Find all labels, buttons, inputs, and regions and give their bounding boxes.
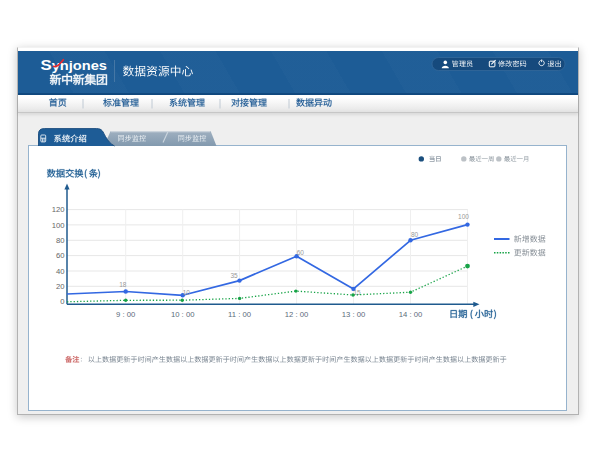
svg-text:12 : 00: 12 : 00 [285,310,309,319]
svg-text:11 : 00: 11 : 00 [228,310,251,319]
svg-text:100: 100 [458,213,469,220]
svg-text:Synjones: Synjones [41,56,108,73]
svg-text:100: 100 [52,221,65,230]
svg-text:120: 120 [52,205,65,214]
svg-text:10: 10 [183,289,191,296]
svg-text:40: 40 [56,267,65,276]
svg-text:35: 35 [230,272,238,279]
svg-text:20: 20 [56,282,65,291]
svg-text:80: 80 [411,231,419,238]
svg-text:13 : 00: 13 : 00 [342,310,366,319]
svg-text:60: 60 [56,251,65,260]
svg-text:80: 80 [56,236,65,245]
svg-text:60: 60 [297,249,305,256]
svg-text:18: 18 [119,281,127,288]
svg-text:14 : 00: 14 : 00 [399,310,423,319]
svg-text:0: 0 [60,297,64,306]
svg-text:9 : 00: 9 : 00 [116,310,135,319]
svg-text:10 : 00: 10 : 00 [171,310,195,319]
